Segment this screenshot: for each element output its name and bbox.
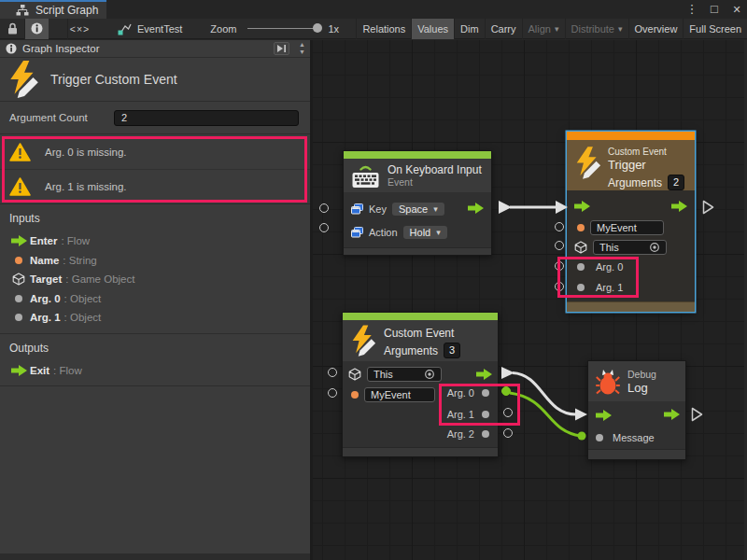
event-name-field[interactable]: MyEvent [590, 220, 664, 235]
overview-button[interactable]: Overview [628, 19, 684, 39]
tab-script-graph[interactable]: Script Graph [0, 0, 106, 19]
input-port[interactable] [328, 368, 337, 377]
info-icon [6, 43, 17, 54]
bug-icon [596, 368, 620, 396]
argument-count-field[interactable]: 2 [114, 110, 299, 126]
target-field[interactable]: This [367, 367, 442, 382]
values-button[interactable]: Values [411, 19, 454, 39]
flow-input-port[interactable] [596, 410, 612, 423]
input-port[interactable] [555, 282, 564, 291]
dock-panel-button[interactable] [274, 42, 289, 55]
warning-icon [9, 177, 31, 196]
object-picker-icon[interactable] [424, 369, 435, 380]
argument-count-row: Argument Count 2 [0, 102, 310, 134]
target-field[interactable]: This [593, 240, 667, 255]
node-header: Debug Log [588, 361, 685, 401]
output-port[interactable] [503, 428, 513, 438]
maximize-icon[interactable] [708, 0, 721, 19]
inputs-heading: Inputs [0, 212, 310, 225]
input-port[interactable] [319, 223, 329, 232]
inspector-header: Graph Inspector ▲▼ [0, 40, 310, 58]
arg-label: Arg. 2 [447, 428, 474, 440]
object-picker-icon[interactable] [649, 242, 660, 253]
node-on-keyboard-input[interactable]: On Keyboard Input Event Key Space [343, 150, 492, 256]
fullscreen-button[interactable]: Full Screen [683, 19, 747, 39]
output-port-connected[interactable] [501, 386, 511, 396]
unit-title-block: Trigger Custom Event [0, 58, 310, 102]
action-dropdown[interactable]: Hold [403, 226, 447, 239]
panel-bottom-strip [0, 553, 310, 560]
flow-out-triangle[interactable] [691, 407, 703, 422]
zoom-label: Zoom [210, 23, 236, 35]
port-row-arg1: Arg. 1 : Object [0, 308, 310, 328]
zoom-value: 1x [328, 23, 339, 35]
port-row-target: Target : Game Object [0, 270, 310, 289]
zoom-slider[interactable] [247, 28, 318, 29]
message-row: Message [588, 427, 685, 448]
arguments-label: Arguments [608, 176, 662, 189]
graph-breadcrumb[interactable]: EventTest [118, 22, 182, 35]
flow-out-triangle[interactable] [702, 200, 714, 215]
port-row-name: Name : String [0, 251, 310, 271]
string-port-icon [15, 257, 22, 264]
kebab-menu-icon[interactable] [685, 0, 698, 19]
node-title: Custom Event [384, 327, 460, 340]
node-debug-log[interactable]: Debug Log Message [587, 360, 686, 460]
inspector-title: Graph Inspector [22, 43, 99, 54]
input-port[interactable] [555, 241, 564, 250]
output-port[interactable] [503, 408, 513, 417]
zoom-slider-knob[interactable] [313, 23, 322, 33]
target-row: This [343, 364, 498, 385]
close-icon[interactable] [730, 0, 743, 19]
action-row: Action Hold [344, 220, 491, 244]
flow-output-port[interactable] [476, 369, 492, 382]
input-port[interactable] [555, 261, 564, 271]
info-icon [31, 22, 43, 35]
object-port-icon [482, 389, 489, 397]
event-name-row: MyEvent [567, 217, 695, 237]
flow-input-port[interactable] [574, 201, 590, 214]
graph-hierarchy-icon [16, 5, 29, 16]
graph-canvas[interactable]: On Keyboard Input Event Key Space [313, 40, 744, 560]
lock-button[interactable] [0, 19, 24, 39]
inspector-toggle-button[interactable] [24, 19, 49, 39]
input-port[interactable] [328, 388, 337, 398]
input-port[interactable] [319, 203, 329, 213]
node-body: Key Space Action Hold [344, 192, 491, 247]
warning-item: Arg. 1 is missing. [0, 169, 310, 203]
arguments-count-field[interactable]: 2 [668, 175, 684, 190]
object-port-icon [15, 295, 22, 302]
node-footer [588, 449, 685, 459]
dim-button[interactable]: Dim [454, 19, 485, 39]
panel-spinner[interactable]: ▲▼ [299, 41, 305, 56]
node-header: Custom Event Trigger Arguments 2 [567, 140, 695, 190]
relations-button[interactable]: Relations [356, 19, 411, 39]
custom-event-icon [350, 325, 376, 357]
key-dropdown[interactable]: Space [392, 203, 444, 216]
flow-output-port[interactable] [671, 201, 687, 214]
carry-button[interactable]: Carry [485, 19, 522, 39]
input-port[interactable] [555, 222, 564, 231]
flow-output-port[interactable] [468, 203, 484, 216]
event-name-field[interactable]: MyEvent [364, 387, 435, 402]
object-port-icon [482, 411, 489, 418]
node-footer [344, 247, 491, 255]
node-trigger-custom-event[interactable]: Custom Event Trigger Arguments 2 [567, 132, 695, 312]
zoom-control: Zoom 1x [210, 23, 339, 35]
align-button[interactable]: Align [522, 19, 565, 39]
target-value: This [599, 242, 619, 253]
node-custom-event[interactable]: Custom Event Arguments 3 This [342, 312, 499, 457]
custom-event-icon [7, 61, 39, 98]
flow-output-port[interactable] [664, 409, 680, 422]
node-body: MyEvent This Arg. 0 [567, 190, 695, 301]
port-row-exit: Exit : Flow [0, 361, 310, 381]
warning-item: Arg. 0 is missing. [0, 134, 310, 169]
node-kicker: Custom Event [608, 147, 684, 157]
outputs-heading: Outputs [0, 342, 310, 355]
code-preview-button[interactable]: <×> [67, 19, 92, 39]
distribute-button[interactable]: Distribute [565, 19, 628, 39]
arguments-count-field[interactable]: 3 [444, 343, 460, 358]
action-label: Action [369, 227, 398, 238]
graph-inspector-panel: Graph Inspector ▲▼ Trigger Custom Event [0, 40, 313, 560]
arguments-label: Arguments [384, 344, 438, 357]
